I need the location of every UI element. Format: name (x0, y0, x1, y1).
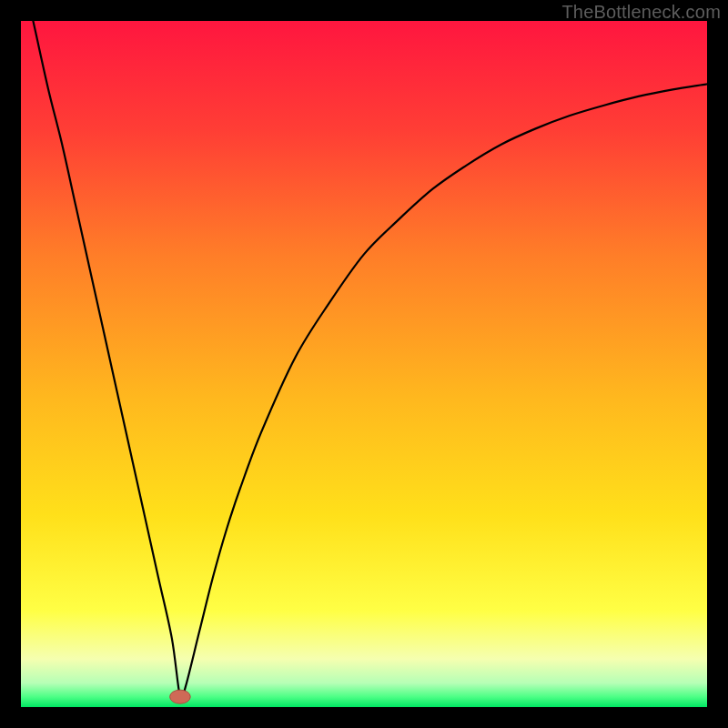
bottleneck-curve (21, 21, 707, 700)
watermark-text: TheBottleneck.com (561, 2, 721, 23)
plot-area (21, 21, 707, 707)
chart-svg (21, 21, 707, 707)
min-marker (170, 690, 191, 703)
chart-frame: TheBottleneck.com (0, 0, 728, 728)
